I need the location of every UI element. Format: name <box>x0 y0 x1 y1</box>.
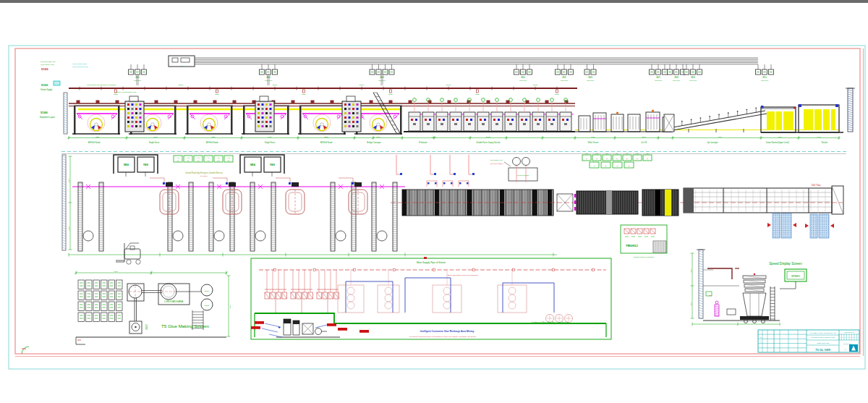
svg-text:2k: 2k <box>647 158 648 159</box>
svg-text:3: 3 <box>845 336 846 338</box>
tre-code: TRE0912 <box>626 244 638 247</box>
svg-text:JB04: JB04 <box>521 76 525 79</box>
svg-text:2k: 2k <box>637 158 638 159</box>
svg-text:3600: 3600 <box>376 136 380 138</box>
svg-text:DN25: DN25 <box>475 93 480 95</box>
svg-text:Stacker: Stacker <box>822 141 828 144</box>
pallet-note: 1400 T/day <box>812 184 822 187</box>
svg-text:2600: 2600 <box>690 268 692 273</box>
svg-text:T5 CORRUGATED CARDBOARD LINE: T5 CORRUGATED CARDBOARD LINE <box>811 336 835 338</box>
svg-text:5450: 5450 <box>268 136 272 138</box>
svg-text:5000: 5000 <box>591 136 595 138</box>
svg-text:Steam Supply: Steam Supply <box>41 88 53 91</box>
svg-text:JB06: JB06 <box>588 76 592 79</box>
svg-text:FAN: FAN <box>270 164 275 166</box>
piping-top-label: Main Supply Pipe of Steam <box>417 261 446 264</box>
svg-text:2k: 2k <box>596 158 597 159</box>
svg-text:DN150: DN150 <box>533 84 538 85</box>
svg-text:DN150: DN150 <box>273 84 278 85</box>
svg-text:2k: 2k <box>616 158 618 159</box>
svg-text:power drop: power drop <box>134 80 142 81</box>
svg-text:1: 1 <box>840 336 841 338</box>
svg-text:2250: 2250 <box>324 136 328 138</box>
svg-text:DN150: DN150 <box>359 84 365 85</box>
svg-text:JB02: JB02 <box>266 76 271 79</box>
svg-text:5450: 5450 <box>153 136 158 138</box>
speed-screen-text: SPEED <box>791 275 801 278</box>
svg-text:AP6: AP6 <box>227 157 231 158</box>
glue-motor-label: V0607 <box>145 324 148 331</box>
corrugator-layout-drawing[interactable]: PNLJB01power dropJB02power dropJB03power… <box>0 0 868 403</box>
svg-text:Up Conveyor: Up Conveyor <box>707 141 718 144</box>
svg-text:2k: 2k <box>605 165 606 166</box>
svg-text:JB03: JB03 <box>380 76 384 79</box>
svg-text:2500: 2500 <box>642 136 646 138</box>
left-row-labels: Overhead Cable TrayPower Supply Main5163… <box>40 61 60 119</box>
svg-text:Equipment Layout: Equipment Layout <box>40 116 55 119</box>
svg-text:DN150: DN150 <box>446 84 451 85</box>
svg-text:power drop: power drop <box>587 80 595 81</box>
svg-text:DN25: DN25 <box>215 93 219 95</box>
cyan-note-1: From Power Room <box>72 63 87 65</box>
glue-port-note1: Glue Supply Port <box>490 159 503 161</box>
svg-text:Down Stacker(Upper Level): Down Stacker(Upper Level) <box>766 141 789 144</box>
svg-text:2250: 2250 <box>95 136 100 138</box>
svg-text:Preheater: Preheater <box>419 141 427 144</box>
plan-view-band: 90005500MEAFANMEAFANAP13kWAP23kWAP33kWAP… <box>61 152 846 265</box>
elevation-view-band: PNLJB01power dropJB02power dropJB03power… <box>64 56 855 144</box>
svg-text:power drop: power drop <box>378 80 386 81</box>
svg-text:JB09: JB09 <box>691 76 695 79</box>
svg-text:3kW: 3kW <box>227 160 230 161</box>
svg-text:B: B <box>760 336 762 338</box>
svg-text:W250-7301-T5B: W250-7301-T5B <box>817 342 829 344</box>
glue-system-title: T5 Glue Making System <box>161 323 209 328</box>
svg-text:DN25: DN25 <box>388 93 393 95</box>
svg-text:JB05: JB05 <box>562 76 566 79</box>
glue-port-note2: from Glue Kitchen <box>490 163 503 164</box>
svg-text:C: C <box>760 341 762 342</box>
svg-text:Overhead Cable Tray: Overhead Cable Tray <box>41 61 56 62</box>
svg-text:power drop: power drop <box>673 80 681 81</box>
steam-piping-schematic <box>251 257 611 339</box>
svg-text:3k: 3k <box>616 165 618 166</box>
piping-blue-title: Intelligent Customize Glue Recharge Auto… <box>420 330 474 333</box>
svg-text:4: 4 <box>848 336 848 338</box>
svg-text:7: 7 <box>855 336 856 338</box>
legend-note-red: by Factory <box>200 175 208 177</box>
svg-text:9000: 9000 <box>68 179 70 183</box>
svg-text:2k: 2k <box>606 158 608 159</box>
cyan-note-2: Cable Duct 300x100 <box>72 66 88 68</box>
svg-text:Mill Roll Stand: Mill Roll Stand <box>88 141 101 144</box>
svg-text:3500: 3500 <box>229 305 231 309</box>
svg-text:power drop: power drop <box>561 80 569 81</box>
svg-text:FAN: FAN <box>143 164 148 166</box>
piping-red-subtitle: Four Steam Connection & Glue Recirculati… <box>409 336 477 337</box>
svg-text:5163: 5163 <box>41 67 48 71</box>
svg-text:Mill Roll Stand: Mill Roll Stand <box>320 141 333 144</box>
glue-tank1-label: BCN1 <box>205 290 210 292</box>
steam-note-2: Slope to Condensate Point <box>116 91 137 93</box>
svg-text:2: 2 <box>843 336 843 338</box>
svg-text:Slitter Scorer: Slitter Scorer <box>588 141 599 144</box>
steam-connection-label: Steam Connection 9000L/Hour 75kw/once <box>447 274 479 276</box>
svg-text:JB01: JB01 <box>135 76 140 79</box>
svg-text:1800: 1800 <box>690 302 692 306</box>
svg-text:3kW: 3kW <box>176 160 179 161</box>
svg-text:MEA: MEA <box>250 164 256 166</box>
svg-text:JB10: JB10 <box>762 76 767 79</box>
svg-text:AP1: AP1 <box>176 157 180 158</box>
legend-title: Control Panel (by Factory to Confirm Ele… <box>185 171 223 174</box>
svg-text:1k: 1k <box>593 165 595 166</box>
svg-text:AP5: AP5 <box>217 157 221 158</box>
svg-text:3kW: 3kW <box>197 160 200 161</box>
svg-text:Single Facer: Single Facer <box>149 141 160 144</box>
svg-text:6800: 6800 <box>718 136 722 138</box>
cad-drawing-viewport[interactable]: PNLJB01power dropJB02power dropJB03power… <box>0 0 868 403</box>
svg-text:Mill Roll Stand: Mill Roll Stand <box>206 141 218 144</box>
svg-text:6: 6 <box>853 336 854 338</box>
svg-text:3kW: 3kW <box>207 160 210 161</box>
speed-display-title: Speed Display Screen <box>769 262 802 266</box>
svg-text:2k: 2k <box>626 158 628 159</box>
svg-text:SCALE 1:100: SCALE 1:100 <box>843 343 851 344</box>
svg-text:2250: 2250 <box>211 136 216 138</box>
